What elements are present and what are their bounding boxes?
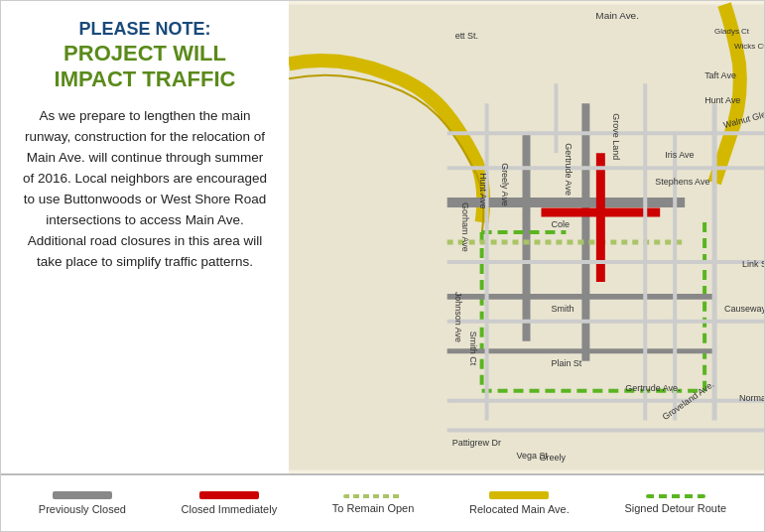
- main-container: PLEASE NOTE: PROJECT WILL IMPACT TRAFFIC…: [0, 0, 765, 532]
- svg-text:ett St.: ett St.: [455, 31, 478, 41]
- legend-swatch-yellow: [489, 491, 549, 499]
- legend-item-closed-immediately: Closed Immediately: [182, 491, 278, 515]
- svg-text:Johnson Ave: Johnson Ave: [453, 292, 463, 342]
- legend: Previously Closed Closed Immediately To …: [1, 473, 764, 531]
- legend-swatch-red: [199, 491, 259, 499]
- left-panel: PLEASE NOTE: PROJECT WILL IMPACT TRAFFIC…: [1, 1, 289, 473]
- svg-text:Pattigrew Dr: Pattigrew Dr: [452, 438, 501, 448]
- impact-line1: PROJECT WILL: [55, 41, 236, 66]
- svg-text:Gertrude Ave.: Gertrude Ave.: [625, 383, 680, 393]
- svg-text:Gertrude Ave: Gertrude Ave: [564, 143, 574, 196]
- svg-text:Link St: Link St: [742, 259, 764, 269]
- please-note-text: PLEASE NOTE:: [55, 19, 236, 41]
- main-content: PLEASE NOTE: PROJECT WILL IMPACT TRAFFIC…: [1, 1, 764, 473]
- svg-text:Taft Ave: Taft Ave: [704, 70, 736, 80]
- map-area: Main Ave. Taft Ave Hunt Ave Gladys Ct Wi…: [289, 1, 764, 473]
- svg-text:Main Ave.: Main Ave.: [595, 10, 639, 21]
- legend-label-closed-immediately: Closed Immediately: [182, 503, 278, 515]
- legend-item-remain-open: To Remain Open: [332, 492, 415, 514]
- impact-line2: IMPACT TRAFFIC: [55, 66, 236, 92]
- svg-text:Wicks Ct.: Wicks Ct.: [734, 42, 764, 51]
- svg-text:Iris Ave: Iris Ave: [665, 150, 694, 160]
- svg-text:Gorham Ave: Gorham Ave: [460, 202, 470, 252]
- svg-text:Hunt Ave: Hunt Ave: [704, 95, 740, 105]
- svg-text:Causeway: Causeway: [724, 304, 764, 314]
- legend-label-detour: Signed Detour Route: [624, 502, 726, 514]
- svg-text:Hunt Ave: Hunt Ave: [478, 173, 488, 208]
- legend-swatch-dashed-green: [646, 494, 705, 498]
- legend-label-remain-open: To Remain Open: [332, 502, 415, 514]
- svg-text:Plain St: Plain St: [551, 358, 581, 368]
- notice-title: PLEASE NOTE: PROJECT WILL IMPACT TRAFFIC: [55, 19, 236, 92]
- legend-item-previously-closed: Previously Closed: [39, 491, 126, 515]
- notice-body: As we prepare to lengthen the main runwa…: [21, 106, 269, 272]
- svg-text:Normandy: Normandy: [739, 393, 764, 403]
- svg-text:Greely Ave: Greely Ave: [500, 163, 510, 206]
- svg-text:Grove Land: Grove Land: [611, 113, 621, 160]
- legend-label-previously-closed: Previously Closed: [39, 503, 126, 515]
- legend-swatch-dotted-green: [343, 494, 403, 498]
- legend-label-relocated-main: Relocated Main Ave.: [469, 503, 570, 515]
- svg-text:Stephens Ave: Stephens Ave: [655, 177, 709, 187]
- legend-item-detour: Signed Detour Route: [624, 492, 726, 514]
- legend-item-relocated-main: Relocated Main Ave.: [469, 491, 570, 515]
- legend-swatch-gray: [53, 491, 112, 499]
- svg-text:Greely: Greely: [539, 453, 566, 463]
- svg-text:Smith Ct: Smith Ct: [468, 332, 478, 366]
- svg-text:Smith: Smith: [551, 304, 574, 314]
- svg-text:Cole: Cole: [551, 219, 569, 229]
- svg-text:Gladys Ct: Gladys Ct: [714, 27, 750, 36]
- map-svg: Main Ave. Taft Ave Hunt Ave Gladys Ct Wi…: [289, 1, 764, 473]
